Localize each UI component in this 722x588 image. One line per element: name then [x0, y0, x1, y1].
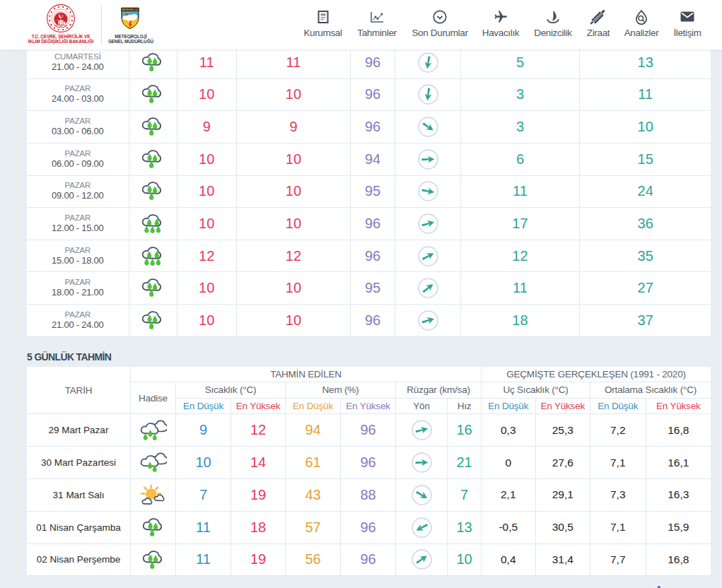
svg-text:METEOROLOJI: METEOROLOJI [122, 8, 138, 11]
